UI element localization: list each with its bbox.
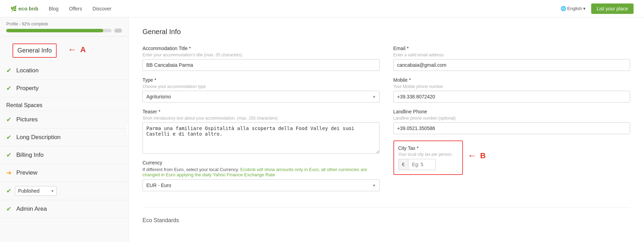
lang-label: English [567, 6, 582, 11]
email-hint: Enter a valid email address [393, 53, 630, 57]
published-select-wrap[interactable]: Published Draft Inactive [15, 186, 57, 196]
check-icon-property: ✔ [6, 84, 11, 92]
check-icon-location: ✔ [6, 67, 11, 74]
check-icon-billing-info: ✔ [6, 151, 11, 159]
currency-select[interactable]: EUR - Euro USD - Dollar GBP - Pound [142, 179, 380, 191]
teaser-label: Teaser * [142, 109, 380, 114]
arrow-b-group: ← B [468, 150, 486, 161]
sidebar-item-billing-info[interactable]: ✔ Billing Info [0, 146, 128, 164]
topnav-right: 🌐 English ▾ List your place [561, 3, 634, 14]
email-group: Email * Enter a valid email address [393, 46, 630, 71]
list-place-button[interactable]: List your place [591, 3, 634, 14]
sidebar-label-location: Location [16, 67, 39, 74]
logo-text: eco [18, 6, 27, 11]
city-tax-group: City Tax * Your local city tax per perso… [393, 140, 630, 175]
sidebar-item-pictures[interactable]: ✔ Pictures [0, 111, 128, 129]
arrow-a-icon: ← [68, 44, 77, 55]
page-title: General Info [142, 28, 630, 36]
nav-blog[interactable]: Blog [49, 6, 58, 11]
sidebar-label-property: Property [16, 85, 39, 92]
logo-bnb: bnb [29, 6, 39, 11]
city-tax-box: City Tax * Your local city tax per perso… [393, 140, 463, 175]
currency-select-wrap[interactable]: EUR - Euro USD - Dollar GBP - Pound [142, 179, 380, 191]
sidebar-label-billing-info: Billing Info [16, 152, 43, 159]
sidebar-item-admin-area[interactable]: ✔ Admin Area [0, 200, 128, 218]
type-hint: Choose your accommodation type [142, 84, 380, 89]
profile-progress-section: Profile - 92% complete [0, 17, 128, 37]
label-a: A [80, 45, 86, 54]
progress-toggle[interactable] [114, 29, 122, 33]
sidebar-item-preview[interactable]: ➔ Preview [0, 164, 128, 182]
sidebar-item-long-description[interactable]: ✔ Long Description [0, 129, 128, 146]
globe-icon: 🌐 [561, 6, 566, 11]
logo-leaf-icon: 🌿 [10, 6, 17, 12]
type-select-wrap[interactable]: Agriturismo B&B Hotel Hostel [142, 91, 380, 103]
type-label: Type * [142, 77, 380, 83]
progress-bar-fill [6, 29, 103, 32]
main-content: General Info Accommodation Title * Enter… [129, 17, 644, 242]
profile-label: Profile - 92% complete [6, 22, 122, 26]
accommodation-title-input[interactable] [142, 59, 380, 71]
currency-note: If different from Euro, select your loca… [142, 167, 380, 177]
sidebar-published-section: ✔ Published Draft Inactive [0, 182, 128, 200]
teaser-group: Teaser * Short introductory text about y… [142, 109, 380, 154]
city-tax-input-wrap: € [398, 159, 458, 170]
landline-label: Landline Phone [393, 109, 630, 114]
divider [142, 207, 630, 208]
sidebar-label-preview: Preview [16, 169, 37, 176]
sidebar-collapse-button[interactable]: ‹ [127, 123, 129, 136]
mobile-input[interactable] [393, 91, 630, 103]
sidebar-section-rental-spaces[interactable]: Rental Spaces [0, 97, 128, 111]
landline-group: Landline Phone Landline phone number (op… [393, 109, 630, 134]
city-tax-label: City Tax * [398, 145, 458, 151]
email-input[interactable] [393, 59, 630, 71]
logo: 🌿 ecobnb [10, 6, 38, 12]
language-selector[interactable]: 🌐 English ▾ [561, 6, 586, 11]
accommodation-title-label: Accommodation Title * [142, 46, 380, 51]
main-layout: Profile - 92% complete General Info ← A … [0, 17, 644, 242]
type-select[interactable]: Agriturismo B&B Hotel Hostel [142, 91, 380, 103]
form-left-column: Accommodation Title * Enter your accommo… [142, 46, 380, 197]
arrow-icon-preview: ➔ [6, 169, 11, 177]
sidebar-item-property[interactable]: ✔ Property [0, 80, 128, 97]
teaser-hint: Short introductory text about your accom… [142, 116, 380, 121]
top-navigation: 🌿 ecobnb Blog Offers Discover 🌐 English … [0, 0, 644, 17]
sidebar-general-info[interactable]: General Info [13, 43, 57, 58]
check-icon-pictures: ✔ [6, 116, 11, 123]
city-tax-input[interactable] [408, 159, 436, 170]
sidebar: Profile - 92% complete General Info ← A … [0, 17, 129, 242]
landline-hint: Landline phone number (optional) [393, 116, 630, 121]
arrow-b-icon: ← [468, 150, 477, 161]
progress-bar-wrap [6, 29, 122, 33]
published-select[interactable]: Published Draft Inactive [15, 186, 57, 196]
city-tax-currency-symbol: € [398, 159, 408, 170]
sidebar-label-admin-area: Admin Area [16, 205, 47, 212]
accommodation-title-hint: Enter your accommodation's title (max. 3… [142, 53, 380, 57]
city-tax-hint: Your local city tax per person. [398, 152, 458, 157]
form-grid: Accommodation Title * Enter your accommo… [142, 46, 630, 197]
form-right-column: Email * Enter a valid email address Mobi… [393, 46, 630, 197]
progress-bar-background [6, 29, 112, 32]
check-icon-published: ✔ [6, 187, 11, 195]
check-icon-long-description: ✔ [6, 134, 11, 141]
sidebar-item-location[interactable]: ✔ Location [0, 62, 128, 80]
mobile-hint: Your Mobile phone number [393, 84, 630, 89]
nav-offers[interactable]: Offers [69, 6, 82, 11]
sidebar-label-rental-spaces: Rental Spaces [6, 102, 42, 108]
sidebar-label-pictures: Pictures [16, 116, 38, 123]
email-label: Email * [393, 46, 630, 51]
landline-input[interactable] [393, 122, 630, 134]
currency-label: Currency [142, 160, 380, 166]
mobile-label: Mobile * [393, 77, 630, 83]
topnav-left: 🌿 ecobnb Blog Offers Discover [10, 6, 112, 12]
chevron-down-icon: ▾ [583, 6, 586, 11]
currency-group: Currency If different from Euro, select … [142, 160, 380, 191]
arrow-a-label-group: ← A [68, 43, 86, 58]
label-b: B [480, 151, 486, 160]
accommodation-title-group: Accommodation Title * Enter your accommo… [142, 46, 380, 71]
type-group: Type * Choose your accommodation type Ag… [142, 77, 380, 103]
nav-discover[interactable]: Discover [92, 6, 111, 11]
sidebar-label-long-description: Long Description [16, 134, 61, 141]
check-icon-admin-area: ✔ [6, 205, 11, 213]
teaser-textarea[interactable]: Parma una familiare Ospitalità alla scop… [142, 122, 380, 154]
